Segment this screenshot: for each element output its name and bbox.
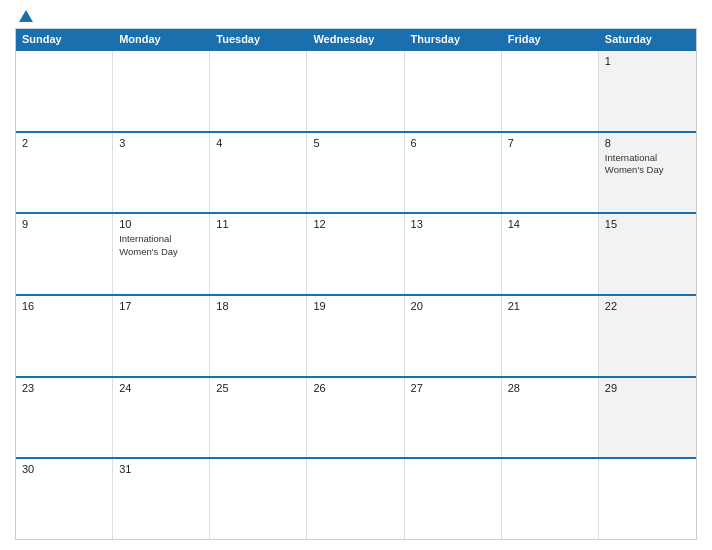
calendar-day-cell: 25 (210, 378, 307, 458)
calendar-day-cell (307, 51, 404, 131)
calendar-day-cell: 15 (599, 214, 696, 294)
calendar-day-cell (502, 459, 599, 539)
calendar-header-cell: Friday (502, 29, 599, 49)
calendar-day-cell: 26 (307, 378, 404, 458)
calendar-week-row: 1 (16, 49, 696, 131)
day-number: 25 (216, 382, 300, 394)
calendar-day-cell (210, 459, 307, 539)
calendar-header-cell: Thursday (405, 29, 502, 49)
day-number: 26 (313, 382, 397, 394)
calendar-day-cell (307, 459, 404, 539)
calendar-day-cell: 27 (405, 378, 502, 458)
calendar-header-cell: Sunday (16, 29, 113, 49)
calendar-day-cell: 4 (210, 133, 307, 213)
calendar-day-cell: 24 (113, 378, 210, 458)
calendar-day-cell: 13 (405, 214, 502, 294)
day-number: 10 (119, 218, 203, 230)
calendar-day-cell: 23 (16, 378, 113, 458)
day-number: 15 (605, 218, 690, 230)
day-number: 6 (411, 137, 495, 149)
day-number: 12 (313, 218, 397, 230)
day-number: 4 (216, 137, 300, 149)
day-number: 14 (508, 218, 592, 230)
calendar-header-cell: Saturday (599, 29, 696, 49)
day-number: 1 (605, 55, 690, 67)
calendar-day-cell: 22 (599, 296, 696, 376)
calendar-header-row: SundayMondayTuesdayWednesdayThursdayFrid… (16, 29, 696, 49)
logo-blue-text (19, 10, 35, 22)
calendar-day-cell: 31 (113, 459, 210, 539)
day-number: 8 (605, 137, 690, 149)
calendar-day-cell: 8International Women's Day (599, 133, 696, 213)
day-number: 31 (119, 463, 203, 475)
calendar-day-cell: 6 (405, 133, 502, 213)
day-number: 2 (22, 137, 106, 149)
header (15, 10, 697, 22)
day-number: 11 (216, 218, 300, 230)
calendar-day-cell: 2 (16, 133, 113, 213)
calendar-day-cell: 16 (16, 296, 113, 376)
calendar-day-cell: 19 (307, 296, 404, 376)
day-number: 16 (22, 300, 106, 312)
calendar-day-cell (113, 51, 210, 131)
day-number: 24 (119, 382, 203, 394)
calendar-week-row: 3031 (16, 457, 696, 539)
calendar-week-row: 2345678International Women's Day (16, 131, 696, 213)
calendar-day-cell: 21 (502, 296, 599, 376)
calendar-header-cell: Tuesday (210, 29, 307, 49)
calendar-day-cell (405, 51, 502, 131)
calendar-day-cell: 10International Women's Day (113, 214, 210, 294)
day-number: 18 (216, 300, 300, 312)
calendar-day-cell: 28 (502, 378, 599, 458)
day-number: 9 (22, 218, 106, 230)
calendar-day-cell: 20 (405, 296, 502, 376)
calendar-day-cell (502, 51, 599, 131)
calendar-day-cell: 17 (113, 296, 210, 376)
calendar-day-cell: 1 (599, 51, 696, 131)
calendar-day-cell (405, 459, 502, 539)
calendar-day-cell: 12 (307, 214, 404, 294)
day-number: 19 (313, 300, 397, 312)
day-number: 17 (119, 300, 203, 312)
calendar-page: SundayMondayTuesdayWednesdayThursdayFrid… (0, 0, 712, 550)
day-number: 21 (508, 300, 592, 312)
calendar-header-cell: Wednesday (307, 29, 404, 49)
calendar-event: International Women's Day (605, 152, 664, 175)
calendar-body: 12345678International Women's Day910Inte… (16, 49, 696, 539)
day-number: 29 (605, 382, 690, 394)
day-number: 20 (411, 300, 495, 312)
calendar-day-cell: 14 (502, 214, 599, 294)
logo-triangle-icon (19, 10, 33, 22)
day-number: 3 (119, 137, 203, 149)
calendar-day-cell (16, 51, 113, 131)
calendar-day-cell: 7 (502, 133, 599, 213)
calendar-day-cell (210, 51, 307, 131)
day-number: 5 (313, 137, 397, 149)
day-number: 28 (508, 382, 592, 394)
logo (19, 10, 35, 22)
calendar-header-cell: Monday (113, 29, 210, 49)
calendar-week-row: 23242526272829 (16, 376, 696, 458)
day-number: 27 (411, 382, 495, 394)
calendar-day-cell: 9 (16, 214, 113, 294)
calendar-day-cell: 29 (599, 378, 696, 458)
day-number: 23 (22, 382, 106, 394)
calendar-day-cell: 5 (307, 133, 404, 213)
calendar-event: International Women's Day (119, 233, 178, 256)
calendar-day-cell: 18 (210, 296, 307, 376)
calendar-grid: SundayMondayTuesdayWednesdayThursdayFrid… (15, 28, 697, 540)
day-number: 7 (508, 137, 592, 149)
calendar-week-row: 16171819202122 (16, 294, 696, 376)
calendar-day-cell: 30 (16, 459, 113, 539)
day-number: 13 (411, 218, 495, 230)
calendar-day-cell: 11 (210, 214, 307, 294)
calendar-week-row: 910International Women's Day1112131415 (16, 212, 696, 294)
day-number: 30 (22, 463, 106, 475)
day-number: 22 (605, 300, 690, 312)
calendar-day-cell: 3 (113, 133, 210, 213)
calendar-day-cell (599, 459, 696, 539)
